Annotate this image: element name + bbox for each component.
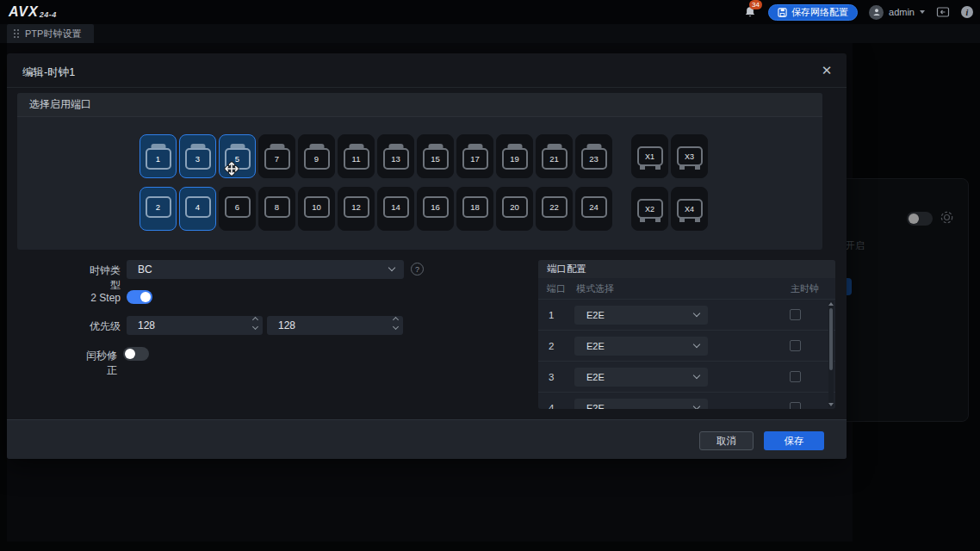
mode-select-port-4[interactable]: E2E xyxy=(574,399,708,410)
col-master-clock: 主时钟 xyxy=(791,282,835,295)
ethernet-port-icon: 18 xyxy=(462,196,488,218)
ethernet-port-icon: 1 xyxy=(146,148,171,170)
tab-bar: PTP时钟设置 xyxy=(0,24,980,43)
mode-select-port-1[interactable]: E2E xyxy=(574,306,708,325)
port-cell-24[interactable]: 24 xyxy=(575,187,612,231)
help-icon[interactable]: ? xyxy=(411,263,424,276)
priority-value-2: 128 xyxy=(278,319,295,331)
leap-second-toggle[interactable] xyxy=(123,347,149,361)
save-network-config-button[interactable]: 保存网络配置 xyxy=(768,4,858,21)
scroll-down-icon[interactable] xyxy=(828,403,834,406)
port-cell-13[interactable]: 13 xyxy=(377,134,414,178)
ethernet-port-icon: 4 xyxy=(185,196,211,218)
port-cell-9[interactable]: 9 xyxy=(298,134,335,178)
port-cell-15[interactable]: 15 xyxy=(417,134,454,178)
port-cell-6[interactable]: 6 xyxy=(219,187,256,231)
sfp-port-icon: X3 xyxy=(677,146,703,166)
two-step-toggle[interactable] xyxy=(127,290,152,304)
port-number: 2 xyxy=(549,341,574,351)
port-cell-22[interactable]: 22 xyxy=(536,187,573,231)
port-cell-4[interactable]: 4 xyxy=(179,187,216,231)
spinner-arrows[interactable] xyxy=(394,318,398,329)
leap-second-label: 闰秒修正 xyxy=(78,349,117,378)
mode-select-port-3[interactable]: E2E xyxy=(574,368,708,387)
master-clock-checkbox-port-1[interactable] xyxy=(790,309,801,320)
spinner-arrows[interactable] xyxy=(253,318,257,329)
port-cell-17[interactable]: 17 xyxy=(456,134,493,178)
save-network-config-label: 保存网络配置 xyxy=(791,6,848,19)
port-config-row: 1E2E xyxy=(538,300,835,331)
mode-select-port-2[interactable]: E2E xyxy=(574,337,708,356)
port-number: 1 xyxy=(549,310,574,320)
port-cell-16[interactable]: 16 xyxy=(417,187,454,231)
port-cell-X3[interactable]: X3 xyxy=(671,134,708,178)
priority-input-2[interactable]: 128 xyxy=(267,316,403,335)
port-config-title: 端口配置 xyxy=(538,260,835,278)
drag-handle-icon[interactable] xyxy=(14,29,20,39)
ethernet-port-icon: 16 xyxy=(423,196,449,218)
tab-ptp-clock-settings[interactable]: PTP时钟设置 xyxy=(7,24,94,43)
master-clock-checkbox-port-3[interactable] xyxy=(790,371,801,382)
tab-label: PTP时钟设置 xyxy=(25,28,81,40)
port-selection-panel: 选择启用端口 1357911131517192123X1X3 246810121… xyxy=(17,93,822,250)
ethernet-port-icon: 20 xyxy=(502,196,528,218)
port-cell-21[interactable]: 21 xyxy=(536,134,573,178)
ethernet-port-icon: 23 xyxy=(581,148,607,170)
port-row-odd: 1357911131517192123X1X3 xyxy=(140,134,822,178)
port-row-even: 24681012141618202224X2X4 xyxy=(140,187,822,231)
scrollbar-thumb[interactable] xyxy=(829,308,833,370)
master-clock-checkbox-port-2[interactable] xyxy=(790,340,801,351)
ethernet-port-icon: 22 xyxy=(542,196,568,218)
port-number: 3 xyxy=(549,372,574,382)
logo-model: 24-4 xyxy=(40,10,57,19)
port-cell-8[interactable]: 8 xyxy=(258,187,295,231)
port-config-panel: 端口配置 端口 模式选择 主时钟 1E2E2E2E3E2E4E2E xyxy=(538,260,835,409)
ethernet-port-icon: 21 xyxy=(542,148,568,170)
ethernet-port-icon: 3 xyxy=(185,148,211,170)
close-icon[interactable]: ✕ xyxy=(817,61,836,80)
port-config-header: 端口 模式选择 主时钟 xyxy=(538,278,835,300)
ethernet-port-icon: 2 xyxy=(146,196,171,218)
info-icon[interactable]: i xyxy=(961,6,973,18)
port-config-row: 3E2E xyxy=(538,362,835,393)
cancel-button[interactable]: 取消 xyxy=(699,431,754,450)
port-cell-12[interactable]: 12 xyxy=(338,187,375,231)
port-cell-7[interactable]: 7 xyxy=(258,134,295,178)
port-cell-18[interactable]: 18 xyxy=(456,187,493,231)
mode-value: E2E xyxy=(586,372,605,382)
chevron-down-icon xyxy=(693,402,700,409)
user-menu[interactable]: admin xyxy=(869,5,925,20)
ethernet-port-icon: 14 xyxy=(383,196,409,218)
port-cell-1[interactable]: 1 xyxy=(140,134,177,178)
save-button[interactable]: 保存 xyxy=(764,431,824,450)
port-config-row: 2E2E xyxy=(538,331,835,362)
port-cell-5[interactable]: 5 xyxy=(219,134,256,178)
port-panel-title: 选择启用端口 xyxy=(17,93,822,117)
master-clock-checkbox-port-4[interactable] xyxy=(790,402,801,409)
edit-clock-dialog: 编辑-时钟1 ✕ 选择启用端口 1357911131517192123X1X3 … xyxy=(7,53,847,459)
port-config-row: 4E2E xyxy=(538,393,835,409)
port-cell-X4[interactable]: X4 xyxy=(671,187,708,231)
port-cell-X1[interactable]: X1 xyxy=(631,134,668,178)
scrollbar[interactable] xyxy=(828,301,834,407)
port-cell-23[interactable]: 23 xyxy=(575,134,612,178)
ethernet-port-icon: 10 xyxy=(304,196,330,218)
priority-input-1[interactable]: 128 xyxy=(127,316,263,335)
col-mode: 模式选择 xyxy=(576,282,791,295)
window-icon[interactable] xyxy=(936,5,950,19)
port-cell-20[interactable]: 20 xyxy=(496,187,533,231)
port-cell-11[interactable]: 11 xyxy=(338,134,375,178)
col-port: 端口 xyxy=(547,282,574,295)
port-cell-3[interactable]: 3 xyxy=(179,134,216,178)
clock-type-select[interactable]: BC xyxy=(127,260,404,279)
ethernet-port-icon: 5 xyxy=(225,148,251,170)
port-grid: 1357911131517192123X1X3 2468101214161820… xyxy=(17,117,822,231)
scroll-up-icon[interactable] xyxy=(828,302,834,306)
ethernet-port-icon: 8 xyxy=(264,196,290,218)
port-cell-14[interactable]: 14 xyxy=(377,187,414,231)
port-cell-19[interactable]: 19 xyxy=(496,134,533,178)
port-cell-X2[interactable]: X2 xyxy=(631,187,668,231)
notifications-button[interactable]: 34 xyxy=(743,5,757,19)
port-cell-10[interactable]: 10 xyxy=(298,187,335,231)
port-cell-2[interactable]: 2 xyxy=(140,187,177,231)
